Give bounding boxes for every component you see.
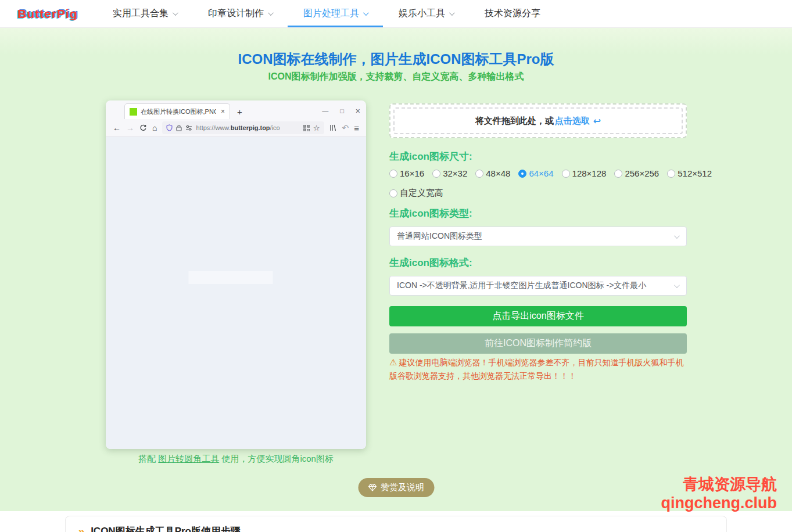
size-option-512[interactable]: 512×512 (667, 168, 712, 178)
icon-type-select[interactable]: 普通网站ICON图标类型 (389, 227, 687, 246)
tab-close-icon[interactable]: × (221, 107, 225, 116)
type-section-label: 生成icon图标类型: (389, 207, 472, 220)
format-section-label: 生成icon图标格式: (389, 256, 472, 269)
icon-format-select[interactable]: ICON ->不透明背景,适用于非镂空图片生成普通ICON图标 ->文件最小 (389, 276, 687, 296)
simple-version-button[interactable]: 前往ICON图标制作简约版 (389, 333, 687, 354)
nav-item-seal-design[interactable]: 印章设计制作 (192, 0, 288, 27)
chevron-down-icon (674, 282, 680, 288)
size-option-label: 64×64 (529, 168, 553, 178)
warning-text: 建议使用电脑端浏览器！手机端浏览器参差不齐，目前只知道手机版火狐和手机版谷歌浏览… (389, 358, 683, 380)
nav-item-image-tools[interactable]: 图片处理工具 (288, 0, 383, 27)
site-logo[interactable]: ButterPig (17, 7, 84, 21)
undo-icon[interactable]: ↶ (342, 124, 349, 132)
size-option-128[interactable]: 128×128 (562, 168, 607, 178)
qr-code-icon[interactable] (303, 125, 310, 131)
export-icon-button[interactable]: 点击导出icon图标文件 (389, 306, 687, 326)
permissions-icon[interactable] (185, 125, 192, 131)
main-content: ICON图标在线制作，图片生成ICON图标工具Pro版 ICON图标制作加强版，… (0, 28, 792, 511)
maximize-icon[interactable]: □ (340, 107, 344, 114)
page-title: ICON图标在线制作，图片生成ICON图标工具Pro版 (0, 50, 792, 69)
radio-icon-selected (518, 170, 526, 178)
nav-item-label: 技术资源分享 (485, 8, 540, 20)
radio-icon (475, 170, 483, 178)
back-icon[interactable]: ← (113, 124, 121, 132)
minimize-icon[interactable]: — (322, 107, 328, 114)
radio-icon (389, 170, 397, 178)
window-controls: — □ × (322, 106, 360, 119)
new-tab-icon[interactable]: + (237, 107, 242, 117)
reload-icon[interactable] (139, 124, 147, 132)
top-navbar: ButterPig 实用工具合集 印章设计制作 图片处理工具 娱乐小工具 技术资… (0, 0, 792, 28)
url-prefix: https://www. (196, 124, 230, 131)
radio-icon (432, 170, 440, 178)
custom-size-row: 自定义宽高 (389, 188, 443, 199)
nav-item-label: 图片处理工具 (303, 8, 359, 20)
url-domain: butterpig.top (231, 124, 270, 131)
nav-item-label: 娱乐小工具 (399, 8, 445, 20)
faint-placeholder (189, 271, 273, 284)
browser-warning: ⚠建议使用电脑端浏览器！手机端浏览器参差不齐，目前只知道手机版火狐和手机版谷歌浏… (389, 355, 687, 382)
radio-icon (562, 170, 570, 178)
forward-icon[interactable]: → (126, 124, 134, 132)
nav-item-utility-tools[interactable]: 实用工具合集 (97, 0, 192, 27)
radio-icon (614, 170, 622, 178)
size-options-row: 16×16 32×32 48×48 64×64 128×128 256×256 … (389, 168, 712, 178)
size-option-label: 32×32 (443, 168, 467, 178)
size-option-48[interactable]: 48×48 (475, 168, 510, 178)
nav-menu: 实用工具合集 印章设计制作 图片处理工具 娱乐小工具 技术资源分享 (97, 0, 556, 27)
shield-icon[interactable] (166, 124, 173, 131)
chevron-down-icon (674, 233, 680, 239)
dropzone-text: 将文件拖到此处，或 (475, 116, 554, 127)
donate-button[interactable]: 赞赏及说明 (358, 478, 434, 497)
browser-tabbar: 在线图片转换ICO图标,PNG|JPI × + — □ × (106, 100, 366, 119)
size-option-label: 自定义宽高 (400, 188, 443, 199)
size-option-label: 512×512 (678, 168, 712, 178)
icon-format-value: ICON ->不透明背景,适用于非镂空图片生成普通ICON图标 ->文件最小 (397, 281, 646, 291)
return-arrow-icon: ↩ (593, 116, 601, 127)
file-dropzone[interactable]: 将文件拖到此处，或 点击选取 ↩ (389, 103, 687, 138)
bookmark-star-icon[interactable]: ☆ (313, 124, 320, 132)
address-bar[interactable]: https://www.butterpig.top/ico ☆ (162, 121, 324, 134)
caption-suffix: 使用，方便实现圆角icon图标 (219, 454, 334, 463)
nav-item-tech-resources[interactable]: 技术资源分享 (469, 0, 556, 27)
chevron-down-icon (268, 10, 274, 16)
size-option-label: 256×256 (625, 168, 659, 178)
radio-icon (667, 170, 675, 178)
url-path: /ico (270, 124, 280, 131)
watermark-domain: qingcheng.club (661, 494, 777, 512)
size-option-custom[interactable]: 自定义宽高 (389, 188, 443, 199)
gem-icon (368, 484, 377, 491)
chevron-down-icon (363, 10, 369, 16)
nav-item-label: 印章设计制作 (208, 8, 264, 20)
size-option-32[interactable]: 32×32 (432, 168, 467, 178)
menu-icon[interactable]: ≡ (354, 124, 359, 132)
size-option-label: 128×128 (572, 168, 607, 178)
lock-icon (176, 124, 182, 131)
url-text[interactable]: https://www.butterpig.top/ico (196, 124, 279, 131)
size-option-256[interactable]: 256×256 (614, 168, 659, 178)
chevron-down-icon (173, 10, 178, 16)
file-dropzone-inner[interactable]: 将文件拖到此处，或 点击选取 ↩ (393, 107, 683, 134)
size-option-64[interactable]: 64×64 (518, 168, 553, 178)
close-icon[interactable]: × (356, 106, 360, 116)
instructions-section: » ICON图标生成工具Pro版使用步骤 (0, 516, 792, 532)
nav-item-fun-tools[interactable]: 娱乐小工具 (383, 0, 469, 27)
tab-title: 在线图片转换ICO图标,PNG|JPI (141, 107, 216, 116)
browser-preview-window: 在线图片转换ICO图标,PNG|JPI × + — □ × ← → ⌂ (106, 100, 366, 449)
site-watermark: 青城资源导航 qingcheng.club (661, 475, 777, 512)
rounded-corner-tool-link[interactable]: 图片转圆角工具 (158, 454, 219, 463)
nav-item-label: 实用工具合集 (113, 8, 169, 20)
caption-prefix: 搭配 (138, 454, 158, 463)
browser-tab[interactable]: 在线图片转换ICO图标,PNG|JPI × (124, 103, 230, 119)
home-icon[interactable]: ⌂ (152, 124, 157, 132)
tab-favicon-icon (130, 108, 137, 116)
library-icon[interactable] (329, 124, 337, 131)
pick-file-link[interactable]: 点击选取 (555, 116, 590, 127)
browser-toolbar: ← → ⌂ (106, 119, 366, 137)
donate-label: 赞赏及说明 (381, 482, 424, 493)
size-option-16[interactable]: 16×16 (389, 168, 424, 178)
page-subtitle: ICON图标制作加强版，支持裁剪、自定义宽高、多种输出格式 (0, 71, 792, 83)
rounded-corner-tip: 搭配 图片转圆角工具 使用，方便实现圆角icon图标 (106, 454, 366, 465)
instructions-card: » ICON图标生成工具Pro版使用步骤 (65, 516, 727, 532)
warning-icon: ⚠ (389, 357, 397, 367)
